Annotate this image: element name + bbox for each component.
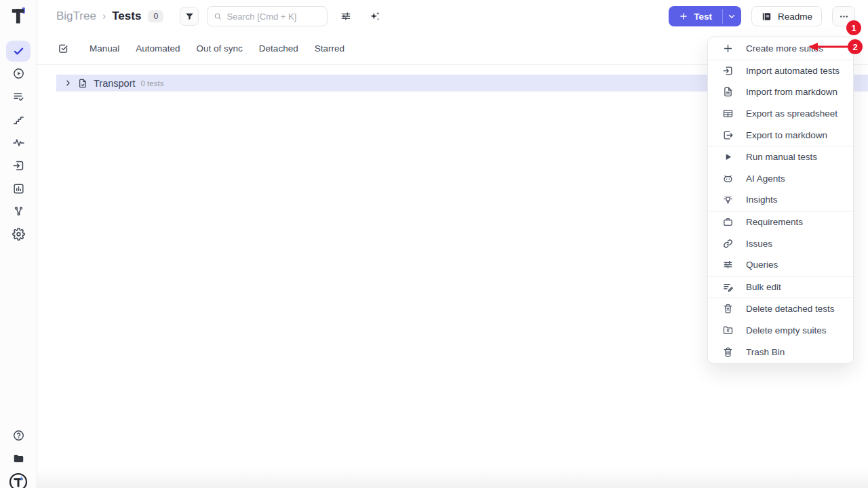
sidebar-item-tests[interactable] [6, 41, 31, 62]
spreadsheet-icon [722, 108, 734, 119]
sidebar-item-branches[interactable] [6, 201, 31, 222]
plus-icon [722, 43, 734, 54]
left-sidebar [0, 0, 37, 488]
menu-item-label: Issues [746, 239, 772, 249]
menu-item-label: Import automated tests [746, 66, 840, 76]
annotation-step-2: 2 [848, 39, 863, 54]
menu-item-label: AI Agents [746, 174, 785, 184]
menu-item-queries[interactable]: Queries [708, 254, 853, 276]
folder-x-icon [722, 325, 734, 336]
new-test-split-button[interactable]: Test [669, 6, 741, 26]
menu-item-trash-bin[interactable]: Trash Bin [708, 341, 853, 363]
menu-item-label: Queries [746, 260, 778, 270]
funnel-icon [184, 12, 195, 22]
logo-t-icon [8, 6, 28, 26]
bulk-edit-icon [722, 281, 734, 293]
tab-automated[interactable]: Automated [136, 43, 180, 54]
readme-button-label: Readme [778, 12, 812, 22]
readme-button[interactable]: Readme [751, 6, 822, 26]
expand-chevron-icon[interactable] [64, 79, 73, 87]
header-actions: Test Readme [669, 6, 855, 26]
menu-item-label: Insights [746, 195, 778, 205]
menu-item-bulk-edit[interactable]: Bulk edit [708, 277, 853, 298]
sidebar-item-runs[interactable] [6, 63, 31, 84]
chevron-down-icon [727, 12, 736, 21]
sidebar-item-steps[interactable] [6, 109, 31, 130]
menu-item-label: Delete empty suites [746, 325, 827, 336]
annotation-arrow [806, 41, 849, 52]
sliders-icon [722, 259, 734, 270]
ai-assist-button[interactable] [368, 10, 381, 23]
lightbulb-icon [722, 194, 734, 205]
menu-item-label: Run manual tests [746, 152, 817, 162]
menu-item-ai-agents[interactable]: AI Agents [708, 168, 853, 190]
import-box-icon [722, 65, 734, 77]
sidebar-item-help[interactable] [6, 425, 31, 446]
checkbox-check-icon [58, 43, 69, 54]
menu-item-import-from-markdown[interactable]: Import from markdown [708, 81, 853, 103]
menu-item-export-to-markdown[interactable]: Export to markdown [708, 124, 853, 146]
tab-manual[interactable]: Manual [90, 43, 119, 54]
menu-item-delete-empty-suites[interactable]: Delete empty suites [708, 320, 853, 342]
menu-item-delete-detached-tests[interactable]: Delete detached tests [708, 298, 853, 320]
sidebar-item-settings[interactable] [6, 224, 31, 245]
tab-detached[interactable]: Detached [259, 43, 298, 54]
tab-out-of-sync[interactable]: Out of sync [197, 43, 243, 54]
ellipsis-icon [838, 11, 850, 22]
suite-test-count: 0 tests [141, 79, 164, 87]
new-test-dropdown-toggle[interactable] [723, 6, 741, 26]
link-icon [722, 238, 734, 249]
robot-icon [722, 173, 734, 184]
suite-name: Transport [94, 78, 136, 89]
briefcase-icon [722, 216, 734, 228]
annotation-step-1: 1 [846, 20, 861, 35]
new-test-button[interactable]: Test [669, 6, 722, 26]
file-text-icon [722, 86, 734, 98]
view-settings-button[interactable] [340, 10, 352, 22]
tests-count-badge: 0 [148, 10, 163, 22]
export-box-icon [722, 129, 734, 141]
app-logo[interactable] [6, 5, 31, 26]
analytics-chart-icon [12, 182, 25, 195]
menu-item-export-as-spreadsheet[interactable]: Export as spreadsheet [708, 103, 853, 125]
sidebar-item-analytics[interactable] [6, 178, 31, 199]
sidebar-item-projects[interactable] [6, 448, 31, 469]
breadcrumb-project[interactable]: BigTree [56, 9, 96, 23]
runs-play-circle-icon [12, 67, 25, 80]
page-title: Tests [112, 9, 141, 23]
branches-icon [12, 205, 25, 218]
menu-item-run-manual-tests[interactable]: Run manual tests [708, 146, 853, 168]
import-icon [12, 159, 25, 172]
plans-list-check-icon [12, 90, 25, 103]
sidebar-item-account[interactable] [6, 471, 31, 488]
select-all-button[interactable] [58, 43, 69, 54]
filter-button[interactable] [180, 7, 199, 26]
menu-item-import-automated-tests[interactable]: Import automated tests [708, 60, 853, 82]
steps-stairs-icon [12, 113, 25, 126]
breadcrumb-separator: › [102, 10, 106, 22]
menu-item-requirements[interactable]: Requirements [708, 211, 853, 233]
menu-item-label: Delete detached tests [746, 304, 835, 314]
new-test-button-label: Test [694, 12, 712, 22]
tests-check-icon [12, 45, 25, 58]
menu-item-label: Import from markdown [746, 87, 837, 97]
pulse-activity-icon [12, 136, 25, 149]
readme-book-icon [761, 11, 772, 22]
bottom-gradient [37, 468, 868, 488]
page-header: BigTree › Tests 0 Test [37, 0, 868, 33]
settings-gear-icon [12, 228, 25, 241]
projects-folder-icon [12, 452, 25, 465]
tab-starred[interactable]: Starred [315, 43, 344, 54]
sidebar-item-pulse[interactable] [6, 132, 31, 153]
sidebar-item-import[interactable] [6, 155, 31, 176]
trash-icon [722, 346, 734, 358]
search-input[interactable] [226, 12, 321, 22]
play-icon [723, 152, 733, 162]
search-icon [214, 12, 222, 21]
plus-icon [679, 12, 688, 21]
search-box[interactable] [207, 6, 328, 26]
sidebar-item-plans[interactable] [6, 86, 31, 107]
menu-item-issues[interactable]: Issues [708, 232, 853, 254]
sliders-icon [340, 10, 352, 22]
menu-item-insights[interactable]: Insights [708, 189, 853, 211]
